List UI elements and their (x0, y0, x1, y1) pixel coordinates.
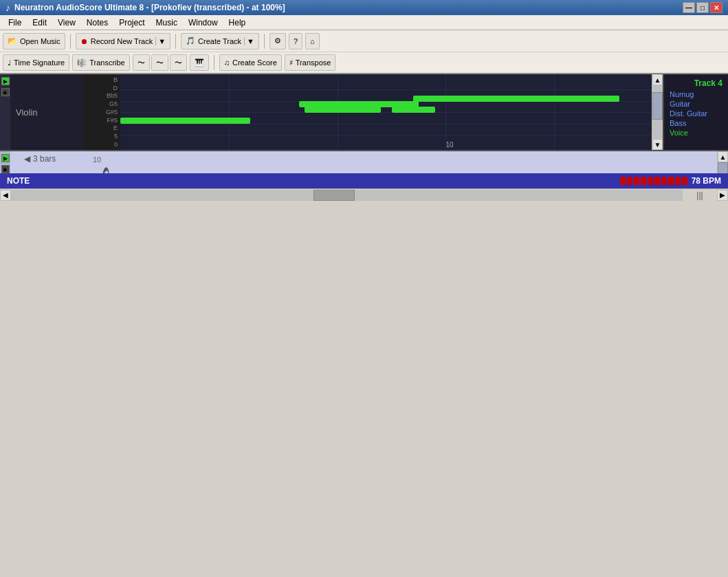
window-controls: — □ ✕ (683, 2, 723, 13)
separator1 (70, 34, 71, 49)
vscroll-thumb[interactable] (652, 85, 663, 139)
track-panel-label: Track 4 (667, 77, 725, 89)
hscroll-right[interactable]: ▶ (717, 190, 728, 201)
track-numug[interactable]: Numug (667, 89, 725, 99)
piano-grid[interactable]: 10 (120, 74, 663, 150)
piano-bar-2 (305, 107, 380, 113)
transcribe-icon: 🎼 (77, 58, 87, 67)
record-new-track-button[interactable]: ⏺ Record New Track ▼ (76, 33, 170, 50)
time-signature-label: Time Signature (14, 58, 65, 67)
close-button[interactable]: ✕ (710, 2, 723, 13)
create-track-label: Create Track (198, 37, 241, 45)
menu-project[interactable]: Project (113, 15, 150, 30)
create-track-button[interactable]: 🎵 Create Track ▼ (181, 33, 259, 50)
hscroll-left[interactable]: ◀ (0, 190, 11, 201)
squiggle-icon3: 〜 (175, 58, 182, 68)
flute-clef: 𝄞 (93, 169, 114, 173)
back-arrow-icon: ◀ (24, 154, 30, 164)
play-button[interactable]: ▶ (1, 77, 10, 85)
maximize-button[interactable]: □ (696, 2, 709, 13)
toolbar2: ♩ Time Signature 🎼 Transcribe 〜 〜 〜 🎹 ♫ … (0, 52, 728, 74)
piano-bar-1 (413, 96, 619, 102)
piano-roll: ▶ ■ Violin B D Bb5 G5 G#5 F#5 E 5 0 (0, 74, 728, 151)
time-signature-button[interactable]: ♩ Time Signature (3, 54, 69, 71)
menu-bar: File Edit View Notes Project Music Windo… (0, 15, 728, 30)
settings-button[interactable]: ⚙ (269, 33, 286, 50)
vscroll-up[interactable]: ▲ (652, 74, 663, 85)
squiggle-icon1: 〜 (137, 58, 145, 68)
meter-bar-7 (661, 177, 667, 185)
instrument-label: Violin (16, 107, 38, 118)
title-bar: ♪ Neuratron AudioScore Ultimate 8 - [Pro… (0, 0, 728, 15)
hscroll-thumb[interactable] (313, 190, 355, 201)
score-vscrollbar[interactable]: ▲ ▼ (717, 151, 728, 173)
score-play-button[interactable]: ▶ (1, 154, 10, 162)
piano-button[interactable]: 🎹 (190, 54, 209, 71)
menu-window[interactable]: Window (183, 15, 223, 30)
transcribe-label: Transcribe (89, 58, 125, 67)
track-bass[interactable]: Bass (667, 118, 725, 128)
meter-bar-2 (627, 177, 632, 185)
transpose-button[interactable]: ♯ Transpose (285, 54, 336, 71)
open-music-label: Open Music (20, 37, 60, 45)
menu-edit[interactable]: Edit (27, 15, 52, 30)
piano-icon: 🎹 (195, 58, 204, 67)
separator4 (214, 55, 214, 70)
menu-music[interactable]: Music (151, 15, 183, 30)
home-button[interactable]: ⌂ (305, 33, 320, 50)
meter-bar-4 (641, 177, 646, 185)
squiggle-btn1[interactable]: 〜 (133, 54, 150, 71)
bpm-value: 78 BPM (692, 176, 721, 186)
bar-count: 3 bars (33, 154, 56, 164)
menu-notes[interactable]: Notes (81, 15, 113, 30)
minimize-button[interactable]: — (683, 2, 695, 13)
status-bar: NOTE 78 BPM (0, 173, 728, 188)
score-vscroll-up[interactable]: ▲ (718, 151, 728, 162)
transcribe-button[interactable]: 🎼 Transcribe (72, 54, 130, 71)
piano-keys: Violin B D Bb5 G5 G#5 F#5 E 5 0 (10, 74, 120, 150)
score-controls: ▶ ■ (0, 151, 10, 173)
window-title: Neuratron AudioScore Ultimate 8 - [Proko… (14, 3, 683, 12)
home-icon: ⌂ (310, 37, 315, 45)
score-stop-button[interactable]: ■ (1, 165, 10, 173)
open-icon: 📂 (8, 36, 17, 45)
track-guitar[interactable]: Guitar (667, 99, 725, 109)
transpose-label: Transpose (296, 58, 331, 67)
create-track-icon: 🎵 (186, 36, 195, 45)
vscroll-down[interactable]: ▼ (652, 139, 663, 150)
hscroll-track[interactable] (11, 190, 683, 201)
help-icon: ? (294, 37, 298, 45)
bar-number-score: 10 (93, 155, 101, 164)
record-icon: ⏺ (80, 37, 88, 45)
menu-view[interactable]: View (52, 15, 81, 30)
score-icon: ♫ (224, 58, 230, 67)
meter-bar-5 (648, 177, 653, 185)
meter-bar-3 (634, 177, 639, 185)
meter-bar-8 (668, 177, 674, 185)
flute-section: Flute 𝄞 68 ♯♯ (10, 165, 717, 173)
create-track-dropdown[interactable]: ▼ (244, 37, 254, 45)
menu-help[interactable]: Help (223, 15, 252, 30)
gear-icon: ⚙ (274, 36, 281, 45)
create-score-button[interactable]: ♫ Create Score (219, 54, 282, 71)
record-dropdown-arrow[interactable]: ▼ (155, 37, 166, 45)
squiggle-btn2[interactable]: 〜 (151, 54, 168, 71)
squiggle-btn3[interactable]: 〜 (170, 54, 187, 71)
help-button[interactable]: ? (289, 33, 302, 50)
stop-button[interactable]: ■ (1, 88, 10, 96)
app-icon: ♪ (5, 2, 10, 13)
record-label: Record New Track (91, 37, 153, 45)
bar-info: ◀ 3 bars (24, 154, 56, 164)
squiggle-icon2: 〜 (156, 58, 164, 68)
bpm-meter: 78 BPM (620, 176, 721, 186)
separator3 (264, 34, 265, 49)
track-dist-guitar[interactable]: Dist. Guitar (667, 109, 725, 118)
piano-roll-vscrollbar[interactable]: ▲ ▼ (652, 74, 663, 150)
piano-roll-controls: ▶ ■ (0, 74, 10, 150)
open-music-button[interactable]: 📂 Open Music (3, 33, 65, 50)
piano-bar-4 (120, 118, 250, 124)
menu-file[interactable]: File (3, 15, 27, 30)
piano-bar-3 (392, 107, 435, 113)
track-voice[interactable]: Voice (667, 128, 725, 138)
track-panel: Track 4 Numug Guitar Dist. Guitar Bass V… (663, 74, 728, 150)
